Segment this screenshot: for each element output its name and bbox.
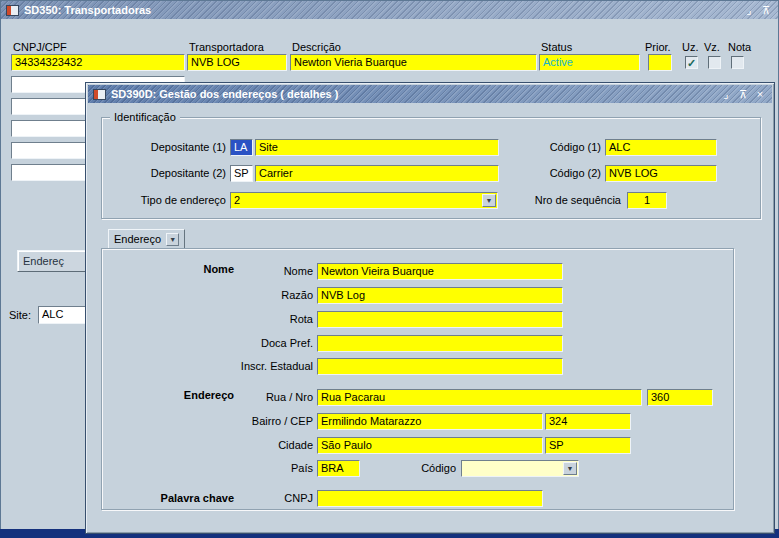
doca-pref-label: Doca Pref. [201,337,313,350]
restore-icon[interactable]: ⌟ [742,4,756,17]
nro-sequencia-field[interactable]: 1 [627,192,667,209]
prior-field[interactable] [648,54,672,71]
form-icon [93,89,106,100]
cnpj-dialog-field[interactable] [317,490,543,507]
site-label: Site: [9,309,31,322]
mdi-root: SD350: Transportadoras ⌟ ⊼ CNPJ/CPF Tran… [0,0,779,538]
cidade-field[interactable]: São Paulo [317,437,543,454]
razao-field[interactable]: NVB Log [317,287,563,304]
cidade-label: Cidade [201,439,313,452]
codigo-label: Código [371,462,456,475]
col-header-status: Status [541,41,572,54]
form-icon [6,5,19,16]
transportadora-field[interactable]: NVB LOG [187,54,287,71]
rota-label: Rota [201,313,313,326]
doca-pref-field[interactable] [317,335,563,352]
cnpj-field[interactable]: 34334323432 [11,54,185,71]
cnpj-dialog-label: CNPJ [201,492,313,505]
col-header-descricao: Descrição [292,41,341,54]
codigo2-field[interactable]: NVB LOG [605,165,717,182]
col-header-cnpj: CNPJ/CPF [13,41,67,54]
col-header-uz: Uz. [682,41,699,54]
razao-label: Razão [201,289,313,302]
depositante1-code-field[interactable]: LA [230,139,253,156]
tab-endereco-label: Endereço [114,233,161,245]
nota-checkbox[interactable] [731,56,744,69]
tab-list-icon[interactable] [166,233,179,246]
tipo-endereco-label: Tipo de endereço [111,194,226,207]
codigo1-label: Código (1) [511,141,601,154]
nro-sequencia-label: Nro de sequência [496,194,621,207]
identificacao-legend: Identificação [110,110,180,124]
chevron-down-icon[interactable] [482,194,496,207]
tipo-endereco-value: 2 [234,194,240,206]
nome-label: Nome [201,265,313,278]
col-header-vz: Vz. [704,41,720,54]
col-header-transportadora: Transportadora [189,41,264,54]
main-window-title: SD350: Transportadoras [24,4,151,16]
main-titlebar[interactable]: SD350: Transportadoras ⌟ ⊼ [1,1,778,19]
tipo-endereco-dropdown[interactable]: 2 [230,192,498,209]
depositante1-label: Depositante (1) [111,141,226,154]
inscr-estadual-field[interactable] [317,358,563,375]
depositante2-code-field[interactable]: SP [230,165,253,182]
depositante1-desc-field[interactable]: Site [255,139,499,156]
codigo-dropdown[interactable] [461,460,579,477]
col-header-nota: Nota [728,41,751,54]
nro-field[interactable]: 360 [647,389,713,406]
restore-icon[interactable]: ⌟ [719,88,733,101]
col-header-prior: Prior. [645,41,671,54]
nome-field[interactable]: Newton Vieira Buarque [317,263,563,280]
rua-field[interactable]: Rua Pacarau [317,389,642,406]
dialog-window-controls: ⌟ ⊼ × [719,88,767,101]
enderecos-button[interactable]: Endereç [17,250,93,272]
vz-checkbox[interactable] [708,56,721,69]
rua-nro-label: Rua / Nro [201,391,313,404]
descricao-field[interactable]: Newton Vieria Buarque [290,54,537,71]
site-field[interactable]: ALC [38,306,88,324]
bairro-field[interactable]: Ermilindo Matarazzo [317,413,543,430]
dialog-title: SD390D: Gestão dos endereços ( detalhes … [111,88,338,100]
chevron-down-icon[interactable] [563,462,577,475]
dialog-titlebar[interactable]: SD390D: Gestão dos endereços ( detalhes … [88,85,772,103]
main-window-controls: ⌟ ⊼ [742,4,773,17]
depositante2-desc-field[interactable]: Carrier [255,165,499,182]
codigo1-field[interactable]: ALC [605,139,717,156]
status-field[interactable]: Active [539,54,640,71]
maximize-icon[interactable]: ⊼ [759,4,773,17]
depositante2-label: Depositante (2) [111,167,226,180]
pais-label: País [201,462,313,475]
cep-field[interactable]: 324 [545,413,631,430]
maximize-icon[interactable]: ⊼ [736,88,750,101]
uz-checkbox[interactable] [685,56,698,69]
rota-field[interactable] [317,311,563,328]
uf-field[interactable]: SP [545,437,631,454]
inscr-estadual-label: Inscr. Estadual [201,360,313,373]
codigo2-label: Código (2) [511,167,601,180]
bairro-cep-label: Bairro / CEP [201,415,313,428]
pais-field[interactable]: BRA [317,460,360,477]
dialog-gestao-enderecos: SD390D: Gestão dos endereços ( detalhes … [85,82,775,534]
tab-endereco[interactable]: Endereço [108,229,185,249]
close-icon[interactable]: × [753,88,767,101]
